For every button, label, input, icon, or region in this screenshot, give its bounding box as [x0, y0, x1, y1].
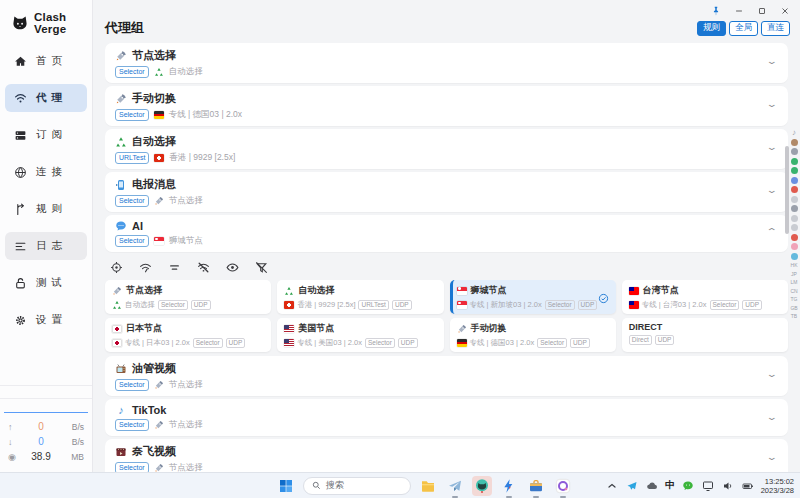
group-current-node: 香港 | 9929 [2.5x] [169, 152, 235, 164]
group-row-netflix[interactable]: 奈飞视频 Selector节点选择 ⌄ [105, 439, 788, 472]
tray-chevron-up-icon[interactable] [605, 479, 619, 493]
tray-battery-icon[interactable] [741, 479, 755, 493]
sidebar-item-label: 设置 [36, 313, 67, 327]
quicknav-item[interactable]: JP [791, 271, 797, 277]
mode-rule-button[interactable]: 规则 [697, 21, 726, 36]
chevron-up-icon[interactable]: ⌄ [766, 226, 778, 236]
quicknav-item[interactable] [791, 196, 798, 203]
chevron-down-icon[interactable]: ⌄ [766, 452, 778, 462]
group-row-ai[interactable]: AI Selector狮城节点 ⌄ [105, 215, 788, 252]
node-card-auto-select[interactable]: 自动选择 香港 | 9929 [2.5x]URLTestUDP [277, 280, 443, 314]
maximize-icon[interactable] [755, 5, 769, 16]
group-row-manual-switch[interactable]: 手动切换 Selector专线 | 德国03 | 2.0x ⌄ [105, 86, 788, 126]
tray-wechat-icon[interactable] [681, 479, 695, 493]
node-detail: 专线 | 台湾03 | 2.0x [642, 300, 707, 310]
quicknav-item[interactable] [791, 253, 798, 260]
mode-global-button[interactable]: 全局 [729, 21, 758, 36]
taskbar-search[interactable]: 搜索 [303, 477, 411, 495]
quicknav-item[interactable] [791, 234, 798, 241]
quicknav-item[interactable] [791, 215, 798, 222]
chevron-down-icon[interactable]: ⌄ [766, 185, 778, 195]
lightning-app-icon[interactable] [499, 476, 519, 496]
ime-indicator[interactable]: 中 [665, 479, 675, 492]
clash-verge-taskbar-icon[interactable] [472, 476, 492, 496]
quicknav-item[interactable] [791, 167, 798, 174]
chevron-down-icon[interactable]: ⌄ [766, 369, 778, 379]
node-card-japan[interactable]: 日本节点 专线 | 日本03 | 2.0xSelectorUDP [105, 318, 271, 352]
tray-volume-icon[interactable] [721, 479, 735, 493]
filter-off-icon[interactable] [254, 260, 268, 274]
taskbar-clock[interactable]: 13:25:02 2023/3/28 [761, 477, 796, 495]
node-card-manual-switch[interactable]: 手动切换 专线 | 德国03 | 2.0xSelectorUDP [450, 318, 616, 352]
group-row-node-select[interactable]: 节点选择 Selector自动选择 ⌄ [105, 43, 788, 83]
sidebar-item-settings[interactable]: 设置 [5, 306, 87, 334]
download-stat: ↓ 0 B/s [8, 434, 84, 449]
chevron-down-icon[interactable]: ⌄ [766, 56, 778, 66]
quicknav-item[interactable]: LM [791, 279, 798, 285]
purple-app-icon[interactable] [553, 476, 573, 496]
group-type-badge: Selector [115, 462, 149, 472]
network-check-icon[interactable] [138, 260, 152, 274]
quicknav-item[interactable] [791, 224, 798, 231]
sidebar-item-logs[interactable]: 日志 [5, 232, 87, 260]
sidebar-item-home[interactable]: 首页 [5, 47, 87, 75]
sidebar-item-label: 代理 [36, 91, 67, 105]
group-row-youtube[interactable]: 油管视频 Selector节点选择 ⌄ [105, 356, 788, 396]
chevron-down-icon[interactable]: ⌄ [766, 99, 778, 109]
start-button[interactable] [276, 476, 296, 496]
node-card-direct[interactable]: DIRECT DirectUDP [622, 318, 788, 352]
quicknav-item[interactable] [791, 148, 798, 155]
node-card-taiwan[interactable]: 台湾节点 专线 | 台湾03 | 2.0xSelectorUDP [622, 280, 788, 314]
node-card-usa[interactable]: 美国节点 专线 | 美国03 | 2.0xSelectorUDP [277, 318, 443, 352]
tray-telegram-icon[interactable] [625, 479, 639, 493]
phone-icon [115, 179, 127, 191]
quicknav-item[interactable]: CN [790, 288, 797, 294]
wifi-icon [14, 92, 27, 105]
group-current-node: 节点选择 [169, 195, 203, 207]
node-card-node-select[interactable]: 节点选择 自动选择SelectorUDP [105, 280, 271, 314]
sidebar-item-proxies[interactable]: 代理 [5, 84, 87, 112]
sort-icon[interactable] [167, 260, 181, 274]
quicknav-item[interactable] [791, 177, 798, 184]
chevron-down-icon[interactable]: ⌄ [766, 142, 778, 152]
delay-hide-icon[interactable] [196, 260, 210, 274]
node-detail: 专线 | 美国03 | 2.0x [297, 338, 362, 348]
quicknav-item[interactable] [791, 186, 798, 193]
telegram-icon[interactable] [445, 476, 465, 496]
rocket-icon [154, 420, 164, 430]
quicknav-item[interactable] [791, 158, 798, 165]
tray-monitor-icon[interactable] [701, 479, 715, 493]
file-explorer-icon[interactable] [418, 476, 438, 496]
quicknav-item[interactable]: TG [791, 296, 798, 302]
close-icon[interactable] [778, 5, 792, 16]
node-card-singapore-selected[interactable]: 狮城节点 专线 | 新加坡03 | 2.0xSelectorUDP [450, 280, 616, 314]
minimize-icon[interactable] [732, 5, 746, 16]
visibility-icon[interactable] [225, 260, 239, 274]
chevron-down-icon[interactable]: ⌄ [766, 412, 778, 422]
quicknav-item[interactable]: ♪ [792, 130, 796, 136]
quicknav-item[interactable]: TB [791, 313, 797, 319]
group-row-telegram[interactable]: 电报消息 Selector节点选择 ⌄ [105, 172, 788, 212]
group-row-auto-select[interactable]: 自动选择 URLTest香港 | 9929 [2.5x] ⌄ [105, 129, 788, 169]
quicknav-item[interactable] [791, 139, 798, 146]
quicknav-item[interactable]: GB [790, 305, 797, 311]
quicknav-item[interactable]: HK [791, 262, 798, 268]
sidebar-item-connections[interactable]: 连接 [5, 158, 87, 186]
quicknav-item[interactable] [791, 205, 798, 212]
memory-icon: ◉ [8, 452, 20, 462]
group-row-tiktok[interactable]: ♪TikTok Selector节点选择 ⌄ [105, 399, 788, 436]
briefcase-app-icon[interactable] [526, 476, 546, 496]
group-current-node: 专线 | 德国03 | 2.0x [169, 109, 242, 121]
download-unit: B/s [62, 437, 84, 447]
node-name: 手动切换 [471, 322, 507, 335]
mode-direct-button[interactable]: 直连 [761, 21, 790, 36]
group-current-node: 自动选择 [169, 66, 203, 78]
rocket-icon [154, 196, 164, 206]
tray-cloud-icon[interactable] [645, 479, 659, 493]
quicknav-item[interactable] [791, 243, 798, 250]
sidebar-item-rules[interactable]: 规则 [5, 195, 87, 223]
sidebar-item-profiles[interactable]: 订阅 [5, 121, 87, 149]
sidebar-item-test[interactable]: 测试 [5, 269, 87, 297]
locate-current-node-icon[interactable] [109, 260, 123, 274]
pin-icon[interactable] [709, 5, 723, 16]
